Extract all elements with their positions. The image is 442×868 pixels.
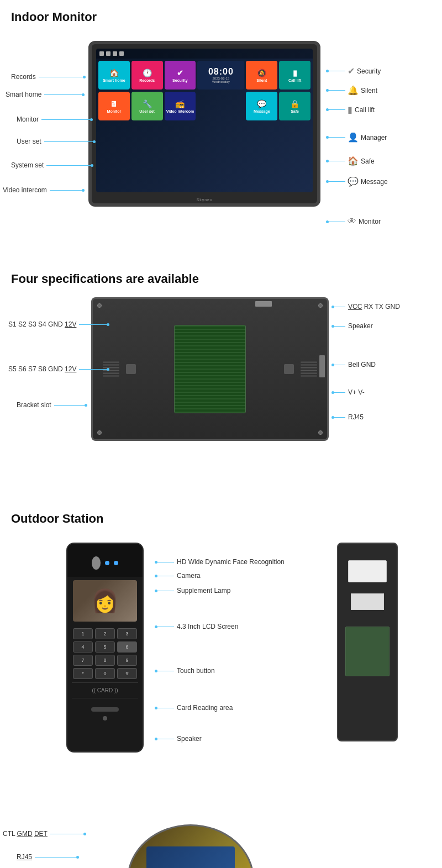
ann-bellgnd: Bell GND [332,361,376,369]
ann-smarthome-dot [82,93,85,96]
tile-row-2: 🖥Monitor 🔧User set 📻Video intercom 💬Mess… [96,92,313,120]
ann-calllift-label: Call lift [355,106,375,114]
key-9[interactable]: 9 [117,655,137,666]
ann-ctlgmd1-line [50,834,83,834]
ann-supplamp: Supplement Lamp [155,587,230,595]
key-star[interactable]: * [73,668,93,679]
outdoor-led-1 [105,561,109,565]
ann-camera-label: Camera [177,572,201,580]
ann-ctlgmdbottom1: CTL GMD DET [3,830,86,838]
key-1[interactable]: 1 [73,628,93,639]
ann-s5s8-line [79,369,107,370]
status-icon-2 [106,51,110,56]
ann-records-line [39,77,83,77]
tile-row-1: 🏠Smart home 🕐Records ✔Security 08:00 202… [96,61,313,90]
ann-videointercom-dot [82,189,85,192]
ann-s5s8-label: S5 S6 S7 S8 GND 12V [8,365,76,373]
screw-br [318,430,323,435]
ann-smarthome-line [44,94,82,95]
ann-rj45-back-label: RJ45 [348,413,364,421]
ann-silent-label: Silent [361,87,377,94]
key-7[interactable]: 7 [73,655,93,666]
ann-s1s4: S1 S2 S3 S4 GND 12V [8,320,109,328]
screen-top-bar [96,49,313,59]
tile-userset[interactable]: 🔧User set [131,92,163,120]
screw-bl [97,430,102,435]
tile-silent[interactable]: 🔕Silent [246,61,277,90]
key-3[interactable]: 3 [117,628,137,639]
ann-rj45-bottom: RJ45 [17,853,79,861]
key-2[interactable]: 2 [95,628,115,639]
tile-security[interactable]: ✔Security [165,61,196,90]
ann-s1s4-dot [107,323,109,326]
ann-vplusminus-label: V+ V- [348,388,365,396]
page-title-backpanel: Four specifications are available [0,262,442,292]
key-5[interactable]: 5 [95,641,115,653]
ann-s1s4-line [79,324,107,325]
ann-rj45-bottom-dot [76,856,79,859]
ann-monitor-l-line [41,119,90,120]
key-4[interactable]: 4 [73,641,93,653]
ann-speaker-back-line [334,326,345,327]
outdoor-camera-area [67,544,143,577]
ann-monitor-r-line [329,222,345,222]
ann-userset-label: User set [17,138,41,145]
ann-message-label: Message [361,178,388,186]
ann-vplusminus-line [334,392,345,393]
ann-monitor-r: 👁 Monitor [326,217,381,227]
ann-hdface: HD Wide Dynamic Face Recognition [155,558,285,566]
ann-vccrxtxgnd: VCC RX TX GND [332,303,400,311]
tile-records[interactable]: 🕐Records [131,61,163,90]
key-hash[interactable]: # [117,668,137,679]
ann-hdface-label: HD Wide Dynamic Face Recognition [177,558,285,566]
outdoor-card-reading: (( CARD )) [72,682,138,698]
outdoor-back-label2 [351,593,384,610]
key-0[interactable]: 0 [95,668,115,679]
ann-safe-label: Safe [361,157,375,165]
back-panel-device [91,297,329,441]
ann-calllift: ▮ Call lift [326,104,375,115]
ann-s1s4-label: S1 S2 S3 S4 GND 12V [8,320,76,328]
ann-rj45-back: RJ45 [332,413,364,421]
key-8[interactable]: 8 [95,655,115,666]
tile-smart-home[interactable]: 🏠Smart home [98,61,130,90]
ann-monitor-l-label: Monitor [17,115,39,123]
ann-silent-line [329,90,345,91]
ann-outdoor-speaker-label: Speaker [177,735,202,743]
ann-videointercom-line [50,190,82,191]
ann-bracketslot: Bracket slot [17,401,87,409]
key-6[interactable]: 6 [117,641,137,653]
ann-speaker-back: Speaker [332,322,373,330]
page-title-outdoor: Outdoor Station [0,502,442,532]
ann-vccrxtxgnd-label: VCC RX TX GND [348,303,400,311]
ann-bracketslot-line [54,405,85,406]
ann-vplusminus: V+ V- [332,388,365,396]
ann-touchbtn-label: Touch button [177,667,215,675]
ann-security: ✔ Security [326,66,381,76]
ann-security-label: Security [357,67,381,75]
tile-calllift[interactable]: ▮Call lift [279,61,311,90]
status-icon-4 [119,51,124,56]
ann-vccrxtxgnd-line [334,307,345,307]
outdoor-back-board [345,627,390,676]
ann-manager-label: Manager [361,134,387,141]
ann-monitor-l-dot [90,118,93,121]
outdoor-lcd-screen: 👩 [73,580,137,622]
monitor-brand-label: Skynex [197,198,213,202]
tile-videoint[interactable]: 📻Video intercom [165,92,196,120]
wiring-section: CTL GMD DET RJ45 Power/+ - GND A B CTL G… [0,813,442,868]
ann-monitor-r-label: Monitor [359,218,381,225]
ann-safe-icon: 🏠 [348,156,359,166]
tile-message[interactable]: 💬Message [246,92,277,120]
outdoor-device-front: 👩 1 2 3 4 5 6 7 8 9 * 0 # (( CARD )) [66,543,144,753]
ann-userset: User set [17,138,96,145]
ann-bellgnd-line [334,365,345,365]
wiring-pcb-board [146,846,235,868]
tile-safe[interactable]: 🔒Safe [279,92,311,120]
ann-systemset-dot [91,164,93,167]
tile-monitor[interactable]: 🖥Monitor [98,92,130,120]
ann-speaker-back-label: Speaker [348,322,373,330]
ann-lcdscreen-line [157,627,174,627]
ann-systemset-line [46,165,91,166]
ann-lcdscreen-label: 4.3 Inch LCD Screen [177,623,238,630]
